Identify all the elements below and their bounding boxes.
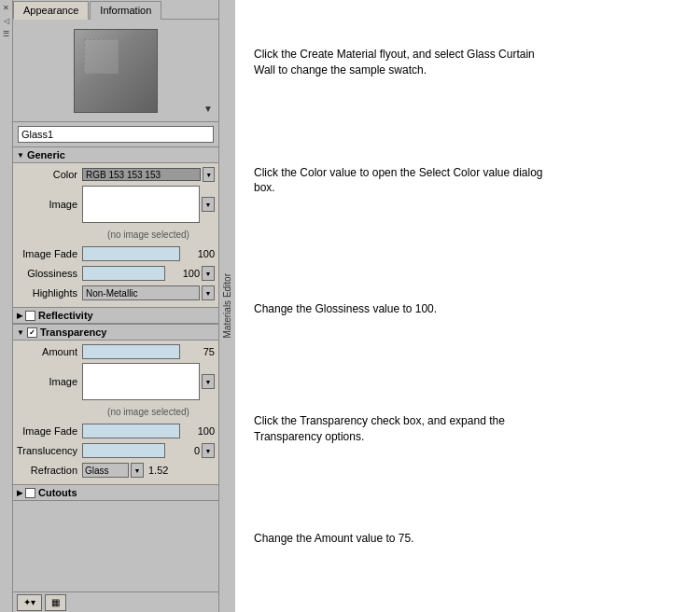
image-label: Image [17, 199, 82, 210]
color-dropdown-btn[interactable]: ▼ [203, 167, 215, 182]
trans-image-fade-label: Image Fade [17, 425, 82, 437]
refraction-label: Refraction [17, 465, 82, 476]
image-fade-row: Image Fade 100 [17, 245, 215, 262]
translucency-label: Translucency [17, 445, 82, 456]
toolbar-icon-2[interactable]: ◁ [1, 15, 12, 26]
material-name-input[interactable] [18, 126, 214, 143]
color-text: RGB 153 153 153 [86, 170, 161, 180]
reflectivity-checkbox[interactable] [25, 311, 35, 321]
left-toolbar: ✕ ◁ ☰ [0, 0, 13, 612]
trans-image-value: ▼ [82, 363, 215, 400]
translucency-number: 0 [167, 445, 200, 456]
vertical-label-area: Materials Editor [218, 0, 235, 612]
cutouts-triangle: ▶ [17, 489, 22, 497]
trans-no-image-text: (no image selected) [82, 405, 215, 419]
translucency-dropdown-btn[interactable]: ▼ [202, 443, 215, 458]
annotation-2: Click the Color value to open the Select… [254, 165, 543, 197]
bottom-toolbar: ✦▾ ▦ [13, 591, 218, 612]
trans-image-row: Image ▼ [17, 363, 215, 400]
translucency-input[interactable] [82, 443, 165, 458]
generic-label: Generic [27, 149, 65, 160]
toolbar-icon-3[interactable]: ☰ [1, 28, 12, 39]
no-image-row: (no image selected) [17, 226, 215, 243]
image-value: ▼ [82, 186, 215, 223]
color-row: Color RGB 153 153 153 ▼ [17, 166, 215, 183]
generic-props: Color RGB 153 153 153 ▼ Image ▼ [13, 163, 218, 307]
preview-arrow[interactable]: ▼ [203, 104, 213, 114]
preview-area: ▼ [13, 20, 218, 122]
glossiness-row: Glossiness 100 ▼ [17, 265, 215, 282]
annotation-3: Change the Glossiness value to 100. [254, 301, 543, 317]
annotation-4: Click the Transparency check box, and ex… [254, 413, 543, 445]
generic-triangle: ▼ [17, 151, 24, 160]
trans-image-fade-row: Image Fade 100 [17, 423, 215, 439]
grid-icon: ▦ [51, 597, 60, 607]
highlights-label: Highlights [17, 287, 82, 299]
cutouts-checkbox[interactable] [25, 488, 35, 498]
color-label: Color [17, 169, 82, 180]
toolbar-icon-1[interactable]: ✕ [1, 2, 12, 13]
material-name-row [13, 122, 218, 146]
translucency-value: 0 ▼ [82, 443, 215, 458]
image-fade-value: 100 [82, 246, 215, 261]
annotation-1: Click the Create Material flyout, and se… [254, 47, 543, 78]
trans-image-label: Image [17, 376, 82, 387]
materials-editor-label: Materials Editor [222, 273, 232, 338]
panel-wrapper: Appearance Information ▼ ▼ Generic Color [13, 0, 218, 612]
glossiness-label: Glossiness [17, 268, 82, 279]
trans-image-fade-input[interactable] [82, 424, 180, 438]
trans-no-image-row: (no image selected) [17, 403, 215, 420]
trans-image-fade-number: 100 [182, 425, 215, 437]
image-row: Image ▼ [17, 186, 215, 223]
reflectivity-triangle: ▶ [17, 312, 22, 320]
tab-appearance[interactable]: Appearance [13, 1, 89, 20]
color-value: RGB 153 153 153 ▼ [82, 167, 215, 182]
cutouts-label: Cutouts [38, 487, 77, 498]
image-fade-number: 100 [182, 248, 215, 259]
highlights-select[interactable]: Non-Metallic [82, 285, 200, 300]
image-fade-label: Image Fade [17, 248, 82, 259]
reflectivity-label: Reflectivity [38, 310, 93, 321]
main-container: ✕ ◁ ☰ Appearance Information ▼ ▼ Generic [0, 0, 700, 612]
no-image-text: (no image selected) [82, 228, 215, 242]
refraction-number: 1.52 [148, 465, 168, 476]
highlights-text: Non-Metallic [86, 288, 138, 299]
glossiness-dropdown-btn[interactable]: ▼ [202, 266, 215, 281]
trans-image-dropdown-btn[interactable]: ▼ [202, 374, 215, 389]
refraction-dropdown-btn[interactable]: ▼ [131, 463, 144, 478]
transparency-label: Transparency [40, 327, 107, 338]
amount-row: Amount 75 [17, 343, 215, 360]
amount-label: Amount [17, 346, 82, 357]
trans-image-fade-value: 100 [82, 424, 215, 438]
highlights-row: Highlights Non-Metallic ▼ [17, 285, 215, 301]
tab-information[interactable]: Information [90, 1, 161, 20]
trans-image-field[interactable] [82, 363, 200, 400]
amount-value: 75 [82, 344, 215, 359]
highlights-dropdown-btn[interactable]: ▼ [202, 285, 215, 300]
reflectivity-section-header[interactable]: ▶ Reflectivity [13, 307, 218, 324]
add-material-btn[interactable]: ✦▾ [17, 594, 42, 611]
tab-bar: Appearance Information [13, 0, 218, 20]
annotations-area: Click the Create Material flyout, and se… [235, 0, 700, 612]
refraction-preset[interactable]: Glass [82, 463, 129, 478]
generic-section-header[interactable]: ▼ Generic [13, 146, 218, 163]
refraction-value: Glass ▼ 1.52 [82, 463, 215, 478]
glossiness-input[interactable] [82, 266, 165, 281]
image-dropdown-btn[interactable]: ▼ [202, 197, 215, 212]
panel-content[interactable]: ▼ Generic Color RGB 153 153 153 ▼ [13, 146, 218, 591]
amount-input[interactable] [82, 344, 180, 359]
image-field[interactable] [82, 186, 200, 223]
highlights-value: Non-Metallic ▼ [82, 285, 215, 300]
color-swatch[interactable]: RGB 153 153 153 [82, 168, 201, 181]
refraction-preset-text: Glass [85, 466, 109, 476]
refraction-row: Refraction Glass ▼ 1.52 [17, 462, 215, 479]
transparency-checkbox[interactable]: ✓ [27, 327, 37, 338]
glossiness-value: 100 ▼ [82, 266, 215, 281]
transparency-section-header[interactable]: ▼ ✓ Transparency [13, 324, 218, 341]
glossiness-number: 100 [167, 268, 200, 279]
cutouts-section-header[interactable]: ▶ Cutouts [13, 484, 218, 501]
transparency-triangle: ▼ [17, 328, 24, 337]
annotation-5: Change the Amount value to 75. [254, 531, 543, 547]
image-fade-input[interactable] [82, 246, 180, 261]
grid-view-btn[interactable]: ▦ [45, 594, 66, 611]
